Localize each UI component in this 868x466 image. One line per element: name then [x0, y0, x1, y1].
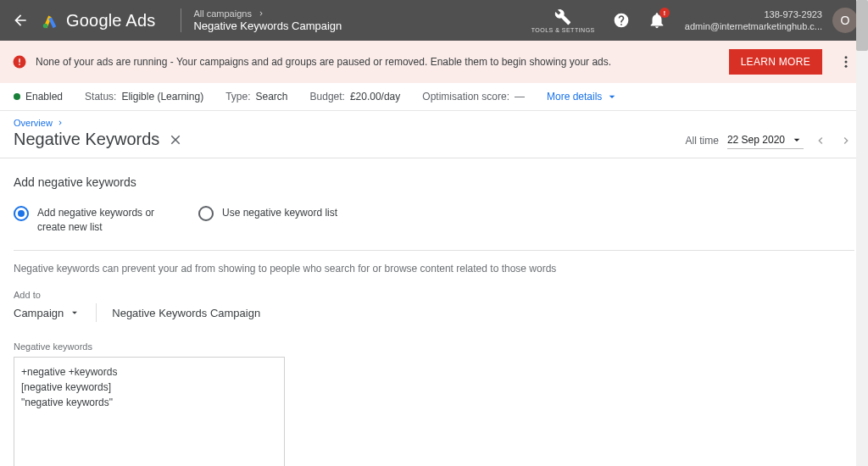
- chevron-right-icon: [56, 119, 64, 127]
- product-logo: Google Ads: [41, 11, 155, 31]
- error-icon: [12, 54, 27, 69]
- help-icon: [613, 12, 630, 29]
- svg-point-4: [845, 65, 848, 68]
- section-heading: Add negative keywords: [14, 175, 854, 189]
- help-text: Negative keywords can prevent your ad fr…: [14, 263, 854, 275]
- more-details-link[interactable]: More details: [547, 90, 619, 103]
- tools-label: TOOLS & SETTINGS: [531, 27, 595, 33]
- overview-breadcrumb[interactable]: Overview: [14, 118, 686, 128]
- back-button[interactable]: [10, 10, 31, 31]
- scroll-thumb[interactable]: [856, 0, 868, 51]
- alert-text: None of your ads are running - Your camp…: [36, 56, 721, 68]
- keywords-label: Negative keywords: [14, 341, 854, 352]
- svg-point-2: [845, 56, 848, 58]
- radio-off-icon: [198, 206, 214, 221]
- help-button[interactable]: [612, 11, 631, 30]
- product-name: Google Ads: [66, 11, 155, 31]
- vertical-divider: [96, 303, 97, 322]
- tools-settings-button[interactable]: TOOLS & SETTINGS: [531, 8, 595, 33]
- date-next-button[interactable]: [837, 132, 854, 149]
- chevron-right-icon: [839, 134, 853, 147]
- add-to-row: Campaign Negative Keywords Campaign: [14, 303, 854, 323]
- status-bar: Enabled Status:Eligible (Learning) Type:…: [0, 83, 868, 111]
- optimisation-score: Optimisation score:—: [422, 91, 525, 103]
- learn-more-button[interactable]: LEARN MORE: [729, 49, 822, 75]
- breadcrumb-parent: All campaigns: [193, 8, 251, 19]
- app-header: Google Ads All campaigns Negative Keywor…: [0, 0, 868, 41]
- header-breadcrumb[interactable]: All campaigns Negative Keywords Campaign: [193, 8, 342, 32]
- dropdown-icon: [790, 133, 804, 147]
- main-content: Add negative keywords Add negative keywo…: [0, 158, 868, 466]
- radio-on-icon: [14, 206, 29, 221]
- radio-use-list[interactable]: Use negative keyword list: [198, 206, 337, 235]
- campaign-type: Type:Search: [225, 91, 287, 103]
- selected-campaign[interactable]: Negative Keywords Campaign: [112, 307, 260, 319]
- alert-banner: None of your ads are running - Your camp…: [0, 41, 868, 83]
- svg-point-3: [845, 61, 848, 64]
- svg-point-0: [43, 24, 48, 28]
- page-title: Negative Keywords: [14, 130, 686, 149]
- radio-add-keywords[interactable]: Add negative keywords or create new list: [14, 206, 164, 235]
- date-range-selector[interactable]: All time 22 Sep 2020: [686, 132, 854, 149]
- notifications-button[interactable]: !: [648, 11, 666, 30]
- page-scrollbar[interactable]: [856, 0, 868, 466]
- google-ads-icon: [41, 11, 59, 30]
- chevron-down-icon: [605, 90, 619, 103]
- account-info[interactable]: 138-973-2923 admin@internetmarketinghub.…: [685, 8, 822, 33]
- wrench-icon: [554, 8, 571, 25]
- date-prev-button[interactable]: [812, 132, 829, 149]
- add-to-selector[interactable]: Campaign: [14, 303, 81, 323]
- negative-keywords-input[interactable]: [14, 357, 285, 466]
- vertical-divider: [181, 8, 181, 32]
- dropdown-icon: [69, 307, 81, 319]
- notification-badge: !: [659, 8, 670, 18]
- close-icon[interactable]: [168, 132, 183, 147]
- campaign-budget: Budget:£20.00/day: [310, 91, 401, 103]
- add-to-label: Add to: [14, 290, 854, 300]
- account-email: admin@internetmarketinghub.c...: [685, 20, 822, 32]
- avatar[interactable]: O: [832, 8, 858, 33]
- alert-menu-button[interactable]: [836, 52, 856, 72]
- breadcrumb-current: Negative Keywords Campaign: [193, 19, 342, 32]
- page-subheader: Overview Negative Keywords All time 22 S…: [0, 111, 868, 158]
- enabled-dot-icon: [14, 93, 20, 100]
- chevron-right-icon: [257, 9, 265, 18]
- chevron-left-icon: [814, 134, 827, 147]
- enabled-status[interactable]: Enabled: [14, 91, 63, 103]
- campaign-status: Status:Eligible (Learning): [85, 91, 203, 103]
- account-phone: 138-973-2923: [764, 8, 822, 20]
- more-vert-icon: [838, 54, 854, 69]
- radio-group: Add negative keywords or create new list…: [14, 206, 854, 251]
